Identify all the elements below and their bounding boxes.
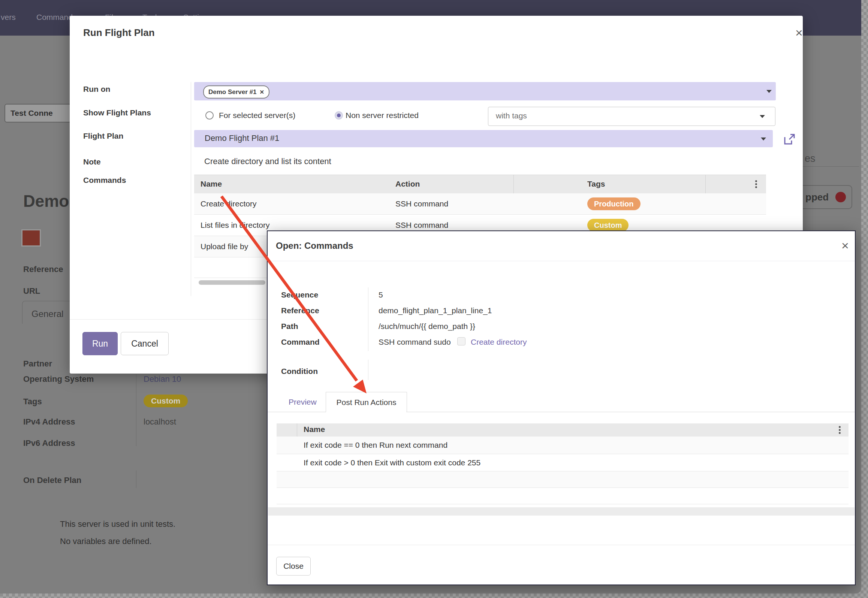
flight-plan-select[interactable]: Demo Flight Plan #1 — [194, 130, 773, 147]
field-divider — [368, 360, 368, 380]
menu-item-servers[interactable]: vers — [1, 13, 16, 22]
label-path: Path — [281, 322, 298, 331]
table-row[interactable]: If exit code == 0 then Run next command — [277, 437, 849, 454]
cancel-button[interactable]: Cancel — [121, 332, 169, 355]
server-page-title: Demo — [23, 192, 70, 214]
with-tags-value: with tags — [496, 111, 527, 120]
field-label-url: URL — [23, 286, 40, 296]
run-on-multiselect[interactable]: Demo Server #1 ✕ — [194, 82, 776, 100]
remove-tag-icon[interactable]: ✕ — [260, 89, 265, 96]
label-sequence: Sequence — [281, 290, 318, 299]
col-name[interactable]: Name — [304, 425, 325, 434]
tab-preview[interactable]: Preview — [289, 398, 317, 407]
row-name: If exit code > 0 then Exit with custom e… — [304, 458, 480, 467]
form-label-os: Operating System — [23, 374, 94, 384]
plan-description: Create directory and list its content — [204, 157, 331, 166]
row-action: SSH command — [395, 221, 448, 230]
label-command: Command — [281, 338, 320, 347]
chevron-down-icon[interactable] — [761, 138, 766, 141]
server-color-swatch[interactable] — [21, 229, 41, 247]
table-row-empty — [277, 488, 849, 504]
table-row[interactable]: Create directory SSH command Production — [194, 193, 766, 215]
form-label-ipv4: IPv4 Address — [23, 417, 75, 427]
horizontal-scrollbar[interactable] — [199, 280, 265, 285]
col-name[interactable]: Name — [201, 179, 222, 188]
server-tag-badge: Custom — [144, 395, 188, 407]
server-tag-chip[interactable]: Demo Server #1 ✕ — [203, 85, 269, 99]
table-options-kebab-icon[interactable] — [839, 425, 841, 435]
field-divider — [368, 287, 368, 351]
actions-table-header: Name — [277, 423, 849, 437]
flight-plan-value: Demo Flight Plan #1 — [205, 133, 279, 143]
form-value-ipv4: localhost — [144, 417, 176, 427]
with-tags-select[interactable]: with tags — [488, 107, 775, 126]
tab-post-run-actions-label: Post Run Actions — [337, 398, 397, 407]
open-commands-dialog: Open: Commands × Sequence 5 Reference de… — [267, 230, 856, 585]
table-options-kebab-icon[interactable] — [755, 179, 757, 189]
value-sequence: 5 — [379, 290, 383, 299]
run-button[interactable]: Run — [82, 332, 118, 355]
label-reference: Reference — [281, 306, 319, 315]
col-action[interactable]: Action — [395, 179, 420, 188]
column-divider — [705, 175, 706, 194]
test-connection-button[interactable]: Test Conne — [4, 104, 71, 123]
row-name: List files in directory — [201, 221, 269, 230]
form-divider — [136, 374, 136, 446]
external-link-icon[interactable] — [783, 133, 796, 146]
row-name: Create directory — [201, 199, 256, 208]
label-note: Note — [83, 157, 101, 166]
form-value-os[interactable]: Debian 10 — [144, 374, 181, 384]
server-tag-label: Demo Server #1 — [208, 88, 257, 96]
footer-divider — [268, 545, 855, 545]
radio-non-server-restricted[interactable] — [335, 111, 343, 120]
row-name: If exit code == 0 then Run next command — [304, 441, 447, 450]
create-directory-link[interactable]: Create directory — [471, 338, 527, 347]
horizontal-scrollbar-track[interactable] — [268, 507, 855, 516]
no-variables-note: No variables are defined. — [60, 537, 152, 546]
tab-underline — [803, 166, 859, 167]
label-show-flight-plans: Show Flight Plans — [83, 108, 151, 117]
form-divider — [136, 470, 136, 488]
unit-test-note: This server is used in unit tests. — [60, 519, 175, 529]
label-condition: Condition — [281, 367, 318, 376]
form-label-on-delete-plan: On Delete Plan — [23, 475, 81, 485]
close-button[interactable]: Close — [276, 557, 311, 576]
chevron-down-icon[interactable] — [766, 90, 772, 93]
form-label-tags: Tags — [23, 397, 42, 407]
form-label-partner: Partner — [23, 359, 52, 369]
dialog-title: Run Flight Plan — [83, 27, 155, 39]
label-commands: Commands — [83, 176, 126, 185]
value-reference: demo_flight_plan_1_plan_line_1 — [379, 306, 492, 315]
screenshot-root: vers Commands Files Tools Settings Test … — [0, 0, 868, 598]
column-divider — [297, 423, 297, 437]
status-stopped-dot-icon — [835, 192, 846, 202]
label-flight-plan: Flight Plan — [83, 132, 123, 141]
form-label-ipv6: IPv6 Address — [23, 438, 75, 448]
close-icon[interactable]: × — [795, 27, 803, 38]
dialog-title: Open: Commands — [276, 241, 353, 251]
partial-tab-text: es — [805, 153, 816, 164]
tabbar-line — [406, 412, 855, 412]
col-tags[interactable]: Tags — [587, 179, 605, 188]
radio-for-selected-servers-label[interactable]: For selected server(s) — [219, 111, 295, 120]
tab-post-run-actions[interactable]: Post Run Actions — [326, 392, 407, 412]
column-divider — [513, 175, 514, 194]
radio-for-selected-servers[interactable] — [205, 111, 214, 120]
commands-table-header: Name Action Tags — [194, 175, 766, 194]
row-tag-badge: Production — [587, 197, 641, 210]
field-label-reference: Reference — [23, 265, 63, 274]
value-path: /such/much/{{ demo_path }} — [379, 322, 475, 331]
row-name: Upload file by — [201, 242, 248, 251]
label-run-on: Run on — [83, 85, 110, 94]
row-tag-badge: Custom — [587, 219, 629, 232]
radio-non-server-restricted-label[interactable]: Non server restricted — [346, 111, 419, 120]
tab-general-label: General — [31, 309, 63, 319]
value-command: SSH command sudo — [379, 338, 451, 347]
chevron-down-icon[interactable] — [760, 115, 765, 118]
label-column-divider — [191, 82, 191, 296]
tabbar-line — [268, 412, 326, 412]
status-label: pped — [805, 191, 829, 203]
close-icon[interactable]: × — [841, 240, 849, 251]
table-row[interactable]: If exit code > 0 then Exit with custom e… — [277, 454, 849, 471]
command-checkbox[interactable] — [457, 337, 465, 345]
